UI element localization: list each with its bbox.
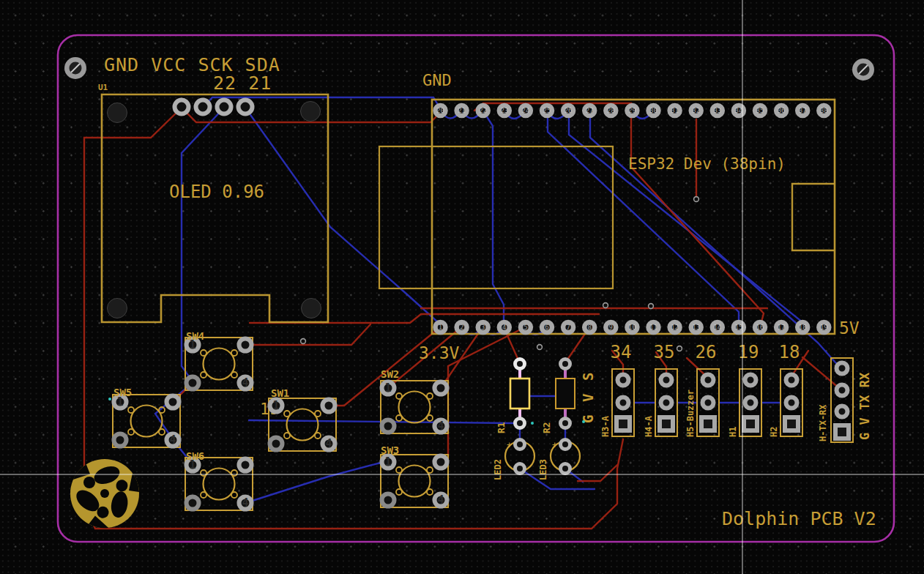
board-title: Dolphin PCB V2 bbox=[722, 508, 876, 529]
esp32-pin-number: 38 bbox=[820, 107, 828, 114]
gnd-net-label: GND bbox=[422, 71, 452, 89]
esp32-pin-number: 37 bbox=[799, 107, 807, 114]
switch-refdes: SW3 bbox=[381, 444, 399, 456]
header-net-label: 18 bbox=[779, 342, 800, 362]
header-h2[interactable]: 18H2 bbox=[769, 342, 802, 437]
esp32-pin-number: 28 bbox=[607, 107, 615, 114]
header-refdes: H3-A bbox=[600, 415, 611, 437]
switch-sw2[interactable]: 14SW2 bbox=[381, 368, 448, 433]
esp32-pin-number: 15 bbox=[734, 324, 742, 331]
header-net-label: 35 bbox=[654, 342, 675, 362]
esp32-pin-number: 8 bbox=[587, 324, 591, 331]
esp32-pin-number: 18 bbox=[799, 324, 807, 331]
tx-header-refdes: H-TX-RX bbox=[818, 404, 828, 441]
esp32-name-label: ESP32 Dev (38pin) bbox=[628, 155, 786, 173]
esp32-pin-number: 11 bbox=[649, 324, 657, 331]
ratsnest-dot bbox=[531, 422, 534, 425]
oled-pads[interactable] bbox=[175, 100, 253, 114]
esp32-pin-number: 33 bbox=[713, 107, 721, 114]
esp32-pin-number: 19 bbox=[820, 324, 828, 331]
esp32-pin-number: 1 bbox=[439, 324, 442, 331]
esp32-pin-number: 21 bbox=[458, 107, 466, 114]
esp32-pin-number: 30 bbox=[649, 107, 657, 114]
switch-pad-pin: 1 bbox=[272, 399, 279, 412]
esp32-pin-number: 29 bbox=[628, 107, 636, 114]
esp32-pin-number: 34 bbox=[734, 107, 742, 114]
gvs-letter: V bbox=[580, 394, 596, 402]
header-h5-buzzer[interactable]: 26H5-Buzzer bbox=[685, 342, 719, 437]
led-plus-mark: + bbox=[507, 440, 512, 450]
header-h-tx-rx[interactable]: H-TX-RXG V TX RX bbox=[818, 358, 872, 442]
esp32-pin-number: 14 bbox=[713, 324, 721, 331]
header-net-label: 26 bbox=[696, 342, 717, 362]
esp32-pin-number: 16 bbox=[756, 324, 764, 331]
led-refdes: LED2 bbox=[493, 459, 503, 480]
via[interactable] bbox=[694, 197, 699, 202]
via[interactable] bbox=[649, 304, 654, 309]
led-plus-mark: + bbox=[552, 440, 557, 450]
header-h4-a[interactable]: 35H4-A bbox=[644, 342, 677, 437]
switch-pad-pin: 4 bbox=[437, 493, 444, 507]
header-refdes: H5-Buzzer bbox=[685, 390, 696, 437]
esp32-pin-number: 13 bbox=[692, 324, 700, 331]
switch-sw4[interactable]: 14SW4 bbox=[185, 330, 253, 390]
header-h1[interactable]: 19H1 bbox=[728, 342, 761, 437]
esp32-pin-number: 26 bbox=[565, 107, 573, 114]
esp32-pin-number: 17 bbox=[778, 324, 786, 331]
switch-refdes: SW2 bbox=[381, 368, 399, 380]
ratsnest-dot bbox=[582, 420, 585, 423]
esp32-pin-number: 36 bbox=[778, 107, 786, 114]
header-h3-a[interactable]: 34H3-A bbox=[600, 342, 634, 437]
esp32-pin-number: 6 bbox=[545, 324, 548, 331]
mounting-hole-top-right[interactable] bbox=[852, 59, 874, 81]
esp32-pin-number: 27 bbox=[586, 107, 594, 114]
switch-pad-pin: 4 bbox=[437, 420, 444, 433]
resistor-refdes: R2 bbox=[541, 422, 552, 433]
via[interactable] bbox=[301, 339, 306, 344]
tx-header-pin-names: G V TX RX bbox=[857, 372, 872, 440]
switch-pad-pin: 4 bbox=[242, 376, 248, 390]
ratsnest-dot bbox=[108, 398, 111, 400]
switch-pad-pin: 4 bbox=[325, 437, 332, 450]
esp32-pin-number: 9 bbox=[609, 324, 613, 331]
via[interactable] bbox=[677, 346, 682, 351]
esp32-pin-number: 10 bbox=[628, 324, 636, 331]
switch-pad-pin: 4 bbox=[169, 433, 176, 447]
esp32-pin-number: 35 bbox=[756, 107, 764, 114]
mounting-hole-top-left[interactable] bbox=[64, 57, 86, 79]
switch-sw6[interactable]: 14SW6 bbox=[185, 450, 253, 510]
switch-pad-pin: 4 bbox=[242, 496, 248, 510]
esp32-pin-number: 25 bbox=[543, 107, 551, 114]
esp32-pin-number: 31 bbox=[671, 107, 679, 114]
oled-name-label: OLED 0.96 bbox=[169, 182, 264, 202]
via[interactable] bbox=[603, 303, 608, 308]
header-net-label: 34 bbox=[611, 342, 632, 362]
oled-refdes: U1 bbox=[98, 83, 108, 92]
resistor-r1[interactable]: R1 bbox=[496, 359, 529, 434]
gvs-letter: S bbox=[580, 373, 596, 381]
esp32-bottom-pin-row[interactable]: 12345678910111213141516171819 bbox=[436, 322, 830, 332]
header-refdes: H2 bbox=[769, 427, 779, 437]
pcb-editor-canvas[interactable]: U1 OLED 0.96 GND VCC SCK SDA 22 21 20212… bbox=[0, 0, 924, 574]
header-refdes: H1 bbox=[728, 427, 738, 437]
switch-refdes: SW1 bbox=[271, 387, 289, 399]
gvs-net-labels: GVS bbox=[580, 373, 596, 423]
esp32-pin-number: 24 bbox=[521, 107, 529, 114]
5v-net-label: 5V bbox=[839, 318, 860, 338]
resistor-refdes: R1 bbox=[496, 422, 507, 433]
esp32-top-pin-row[interactable]: 20212223242526272829303132333435363738 bbox=[436, 105, 830, 116]
esp32-pin-number: 2 bbox=[460, 324, 463, 331]
header-refdes: H4-A bbox=[644, 415, 654, 437]
switch-sw1[interactable]: 14SW1 bbox=[269, 387, 336, 451]
esp32-module[interactable]: 20212223242526272829303132333435363738 1… bbox=[379, 100, 835, 334]
switch-sw5[interactable]: 14SW5 bbox=[113, 387, 180, 447]
dolphin-logo[interactable] bbox=[62, 459, 142, 538]
3v3-net-label: 3.3V bbox=[419, 343, 460, 362]
via[interactable] bbox=[537, 345, 543, 350]
switch-sw3[interactable]: 14SW3 bbox=[381, 444, 448, 507]
oled-pin-numbers-label: 22 21 bbox=[213, 72, 272, 94]
esp32-pin-number: 7 bbox=[566, 324, 570, 331]
header-net-label: 19 bbox=[738, 342, 759, 362]
esp32-pin-number: 12 bbox=[671, 324, 679, 331]
led-refdes: LED3 bbox=[538, 459, 548, 480]
